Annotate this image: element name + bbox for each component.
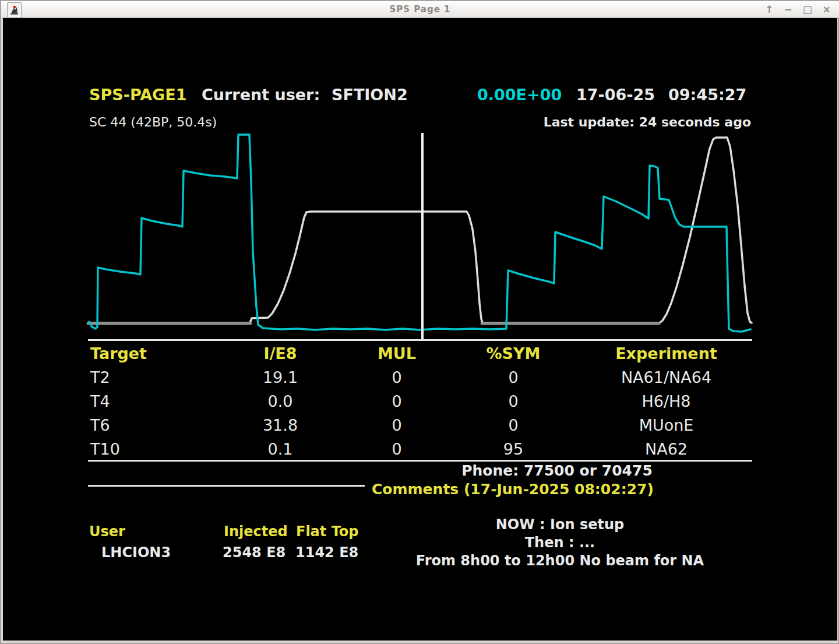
comment-line-then: Then : ... <box>385 534 735 552</box>
cell-experiment: NA62 <box>580 440 752 458</box>
intensity-readout: 0.00E+00 <box>477 86 562 104</box>
maximize-icon[interactable]: □ <box>803 3 812 16</box>
window-titlebar: SPS Page 1 ↑ − □ × <box>1 1 839 18</box>
cell-mul: 0 <box>347 440 446 458</box>
timeline-cursor <box>421 133 424 340</box>
cell-ie8: 31.8 <box>213 416 347 434</box>
user-label: User <box>89 523 125 540</box>
time-value: 09:45:27 <box>668 86 746 104</box>
cell-sym: 0 <box>446 416 580 434</box>
current-user-value: SFTION2 <box>332 86 408 104</box>
separator-comments <box>88 485 365 487</box>
phone-label: Phone: 77500 or 70475 <box>362 462 752 479</box>
minimize-icon[interactable]: − <box>784 3 792 16</box>
cell-sym: 95 <box>446 440 580 458</box>
energy-cycle-trace <box>88 138 752 323</box>
targets-table: Target I/E8 MUL %SYM Experiment T2 19.1 … <box>88 342 752 461</box>
supercycle-label: SC 44 (42BP, 50.4s) <box>89 115 217 129</box>
cell-mul: 0 <box>347 416 446 434</box>
col-header-sym: %SYM <box>446 344 580 363</box>
page-title: SPS-PAGE1 <box>89 86 186 104</box>
cell-experiment: MUonE <box>580 416 752 434</box>
close-icon[interactable]: × <box>823 3 831 16</box>
user-value: LHCION3 <box>101 544 171 561</box>
date-value: 17-06-25 <box>576 86 655 104</box>
cell-experiment: NA61/NA64 <box>580 368 752 386</box>
injected-value: 2548 E8 <box>223 544 285 561</box>
cell-target: T2 <box>88 368 213 386</box>
comment-line-now: NOW : Ion setup <box>385 516 735 534</box>
comments-block: NOW : Ion setup Then : ... From 8h00 to … <box>385 516 735 570</box>
table-row: T10 0.1 0 95 NA62 <box>88 437 752 461</box>
table-row: T2 19.1 0 0 NA61/NA64 <box>88 365 752 389</box>
window-controls: ↑ − □ × <box>765 3 831 16</box>
window-title: SPS Page 1 <box>1 4 839 15</box>
cell-target: T10 <box>88 440 213 458</box>
col-header-experiment: Experiment <box>580 344 752 363</box>
cell-ie8: 0.1 <box>213 440 347 458</box>
cell-ie8: 0.0 <box>213 392 347 410</box>
injected-label: Injected <box>224 523 288 540</box>
separator-above-table <box>88 339 752 341</box>
cell-target: T4 <box>88 392 213 410</box>
cell-experiment: H6/H8 <box>580 392 752 410</box>
table-row: T4 0.0 0 0 H6/H8 <box>88 389 752 413</box>
col-header-target: Target <box>88 344 213 363</box>
cell-sym: 0 <box>446 392 580 410</box>
cell-ie8: 19.1 <box>213 368 347 386</box>
beam-intensity-trace <box>89 135 750 332</box>
cell-mul: 0 <box>347 392 446 410</box>
cell-target: T6 <box>88 416 213 434</box>
table-row: T6 31.8 0 0 MUonE <box>88 413 752 437</box>
table-header-row: Target I/E8 MUL %SYM Experiment <box>88 342 752 365</box>
shade-icon[interactable]: ↑ <box>765 3 773 16</box>
current-user-label: Current user: <box>202 86 320 104</box>
comments-heading: Comments (17-Jun-2025 08:02:27) <box>372 481 654 498</box>
last-update-label: Last update: 24 seconds ago <box>496 115 751 129</box>
comment-line-schedule: From 8h00 to 12h00 No beam for NA <box>385 552 735 570</box>
flattop-label: Flat Top <box>296 523 359 540</box>
vistar-content: SPS-PAGE1 Current user: SFTION2 0.00E+00… <box>3 18 837 641</box>
flattop-value: 1142 E8 <box>295 544 358 561</box>
col-header-mul: MUL <box>347 344 446 363</box>
col-header-ie8: I/E8 <box>213 344 347 363</box>
cell-sym: 0 <box>446 368 580 386</box>
app-window: SPS Page 1 ↑ − □ × SPS-PAGE1 Current use… <box>0 0 839 644</box>
cell-mul: 0 <box>347 368 446 386</box>
